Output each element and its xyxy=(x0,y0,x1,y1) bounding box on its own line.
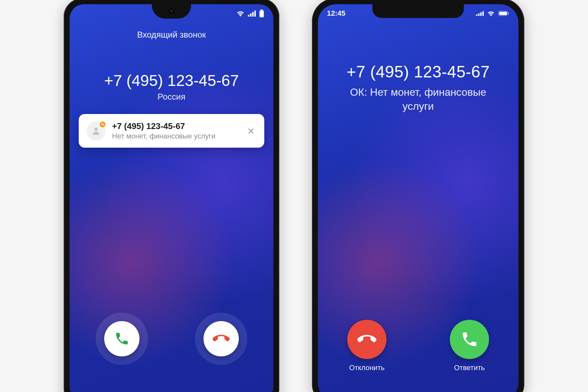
card-number: +7 (495) 123-45-67 xyxy=(112,121,239,131)
wifi-icon xyxy=(236,10,245,17)
accept-call-button[interactable] xyxy=(104,321,139,356)
caller-country: Россия xyxy=(70,92,273,102)
svg-rect-5 xyxy=(259,10,264,17)
caller-badge-icon: % xyxy=(99,121,106,128)
accept-label: Ответить xyxy=(454,364,485,372)
svg-rect-4 xyxy=(261,9,263,10)
decline-call-button[interactable] xyxy=(347,320,386,359)
battery-icon xyxy=(498,11,509,16)
svg-rect-3 xyxy=(254,10,256,17)
android-status-bar xyxy=(70,4,273,23)
caller-number: +7 (495) 123-45-67 xyxy=(318,62,518,81)
android-device: Входящий звонок +7 (495) 123-45-67 Росси… xyxy=(64,0,279,392)
svg-point-6 xyxy=(94,128,98,131)
accept-call-button[interactable] xyxy=(450,320,489,359)
decline-label: Отклонить xyxy=(349,364,384,372)
caller-avatar: % xyxy=(87,122,106,140)
card-subtitle: Нет монет, финансовые услуги xyxy=(112,132,239,140)
phone-accept-icon xyxy=(461,331,478,348)
svg-rect-7 xyxy=(476,14,477,16)
svg-rect-10 xyxy=(482,11,484,16)
decline-halo xyxy=(195,313,247,365)
cellular-icon xyxy=(248,10,256,17)
svg-rect-9 xyxy=(480,12,482,16)
caller-number: +7 (495) 123-45-67 xyxy=(70,72,273,90)
accept-halo xyxy=(96,313,148,365)
iphone-device: 12:45 +7 (495) 123-45-67 ОК: Нет монет, … xyxy=(312,0,524,392)
svg-rect-2 xyxy=(252,12,253,17)
incoming-call-label: Входящий звонок xyxy=(70,30,273,40)
cellular-icon xyxy=(476,11,484,16)
iphone-screen: 12:45 +7 (495) 123-45-67 ОК: Нет монет, … xyxy=(318,4,518,392)
svg-rect-8 xyxy=(478,13,480,16)
svg-rect-1 xyxy=(250,13,252,17)
svg-rect-12 xyxy=(499,12,507,15)
decline-call-button[interactable] xyxy=(204,321,239,356)
svg-rect-0 xyxy=(248,15,249,16)
wifi-icon xyxy=(487,10,495,16)
phone-decline-icon xyxy=(357,330,376,349)
phone-decline-icon xyxy=(213,330,230,347)
iphone-status-bar: 12:45 xyxy=(318,4,518,23)
close-icon xyxy=(247,127,254,135)
phone-accept-icon xyxy=(114,331,129,346)
caller-subtitle: ОК: Нет монет, финансовые услуги xyxy=(341,85,496,113)
android-screen: Входящий звонок +7 (495) 123-45-67 Росси… xyxy=(70,4,273,392)
caller-id-card: % +7 (495) 123-45-67 Нет монет, финансов… xyxy=(79,114,264,148)
status-time: 12:45 xyxy=(327,9,345,18)
svg-rect-13 xyxy=(508,12,509,14)
battery-icon xyxy=(259,9,264,17)
close-button[interactable] xyxy=(245,125,256,137)
